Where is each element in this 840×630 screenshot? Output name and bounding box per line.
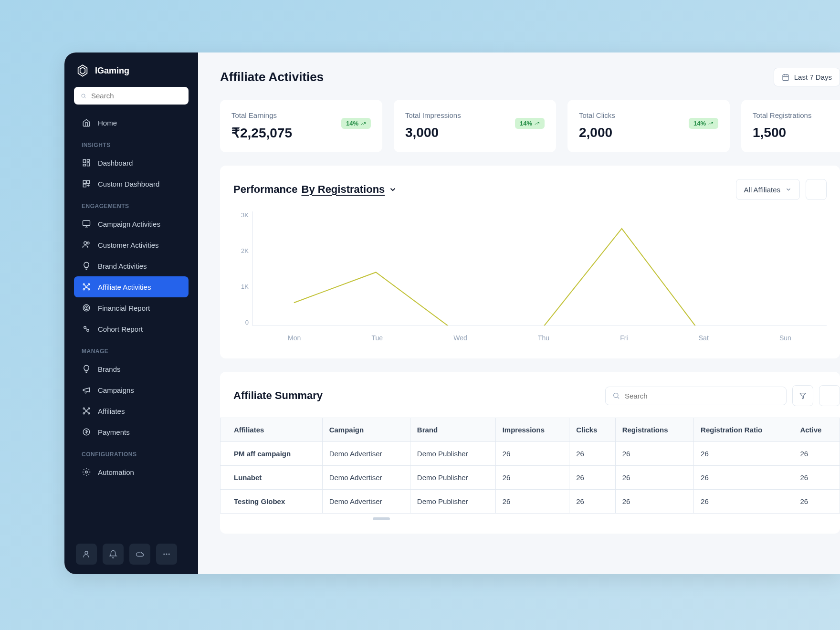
- sidebar-search-input[interactable]: [91, 92, 182, 100]
- nav-campaign-activities[interactable]: Campaign Activities: [74, 213, 189, 234]
- cell-affiliate: Lunabet: [220, 466, 323, 490]
- nav-campaign-activities-label: Campaign Activities: [98, 220, 160, 228]
- summary-table-card: Affiliate Summary Affiliates C: [220, 372, 840, 534]
- nav-financial-report-label: Financial Report: [98, 304, 150, 312]
- col-campaign[interactable]: Campaign: [322, 418, 410, 442]
- filter-icon: [799, 392, 807, 399]
- table-search[interactable]: [605, 387, 787, 405]
- affiliates-icon: [82, 406, 91, 416]
- x-tick: Mon: [288, 334, 301, 342]
- col-impressions[interactable]: Impressions: [495, 418, 569, 442]
- table-row[interactable]: Lunabet Demo Advertiser Demo Publisher 2…: [220, 466, 840, 490]
- chart-more-button[interactable]: [806, 179, 827, 200]
- nav-brand-activities-label: Brand Activities: [98, 262, 147, 270]
- svg-point-47: [168, 554, 170, 555]
- kpi-clicks: Total Clicks 2,000 14%: [567, 100, 730, 152]
- cell-campaign: Demo Advertiser: [322, 466, 410, 490]
- nav-automation[interactable]: Automation: [74, 462, 189, 483]
- chevron-down-icon: [785, 186, 792, 193]
- table-row[interactable]: Testing Globex Demo Advertiser Demo Publ…: [220, 490, 840, 514]
- cell-active: 26: [793, 490, 840, 514]
- nav-campaigns[interactable]: Campaigns: [74, 379, 189, 400]
- svg-point-44: [85, 551, 88, 554]
- date-range-label: Last 7 Days: [794, 73, 832, 81]
- col-ratio[interactable]: Registration Ratio: [694, 418, 793, 442]
- nav-cohort-report[interactable]: Cohort Report: [74, 318, 189, 339]
- nav-dashboard[interactable]: Dashboard: [74, 152, 189, 173]
- col-clicks[interactable]: Clicks: [569, 418, 615, 442]
- cell-ratio: 26: [694, 466, 793, 490]
- table-more-button[interactable]: [819, 385, 840, 406]
- svg-rect-7: [83, 164, 85, 166]
- date-range-button[interactable]: Last 7 Days: [774, 68, 840, 86]
- col-active[interactable]: Active: [793, 418, 840, 442]
- x-axis: Mon Tue Wed Thu Fri Sat Sun: [252, 331, 827, 345]
- nav-brands-label: Brands: [98, 365, 121, 373]
- network-icon: [82, 282, 91, 292]
- custom-dashboard-icon: [82, 179, 91, 189]
- svg-line-23: [84, 285, 85, 286]
- svg-line-53: [618, 397, 619, 399]
- chart-title[interactable]: Performance By Registrations: [233, 183, 397, 196]
- profile-button[interactable]: [76, 544, 97, 565]
- svg-marker-54: [800, 393, 806, 399]
- gear-icon: [82, 467, 91, 477]
- col-brand[interactable]: Brand: [410, 418, 495, 442]
- col-affiliates[interactable]: Affiliates: [220, 418, 323, 442]
- nav-customer-activities-label: Customer Activities: [98, 241, 159, 249]
- nav-section-configurations: CONFIGURATIONS: [74, 442, 189, 462]
- nav-affiliate-activities[interactable]: Affiliate Activities: [74, 276, 189, 297]
- svg-line-41: [87, 412, 88, 413]
- table-header-row: Affiliates Campaign Brand Impressions Cl…: [220, 418, 840, 442]
- svg-rect-9: [87, 180, 90, 183]
- table-search-input[interactable]: [625, 392, 779, 400]
- notifications-button[interactable]: [103, 544, 124, 565]
- cell-clicks: 26: [569, 466, 615, 490]
- sidebar-search[interactable]: [74, 87, 189, 105]
- nav-brands[interactable]: Brands: [74, 358, 189, 379]
- svg-point-31: [87, 329, 89, 332]
- cell-brand: Demo Publisher: [410, 490, 495, 514]
- nav-section-manage: MANAGE: [74, 339, 189, 358]
- cell-registrations: 26: [615, 442, 693, 466]
- cell-registrations: 26: [615, 490, 693, 514]
- kpi-clicks-change: 14%: [689, 118, 718, 129]
- horizontal-scrollbar[interactable]: [373, 517, 390, 520]
- line-chart: [253, 211, 827, 326]
- kpi-impressions: Total Impressions 3,000 14%: [394, 100, 556, 152]
- x-tick: Fri: [620, 334, 628, 342]
- chart-title-metric: By Registrations: [302, 183, 385, 196]
- more-button[interactable]: [156, 544, 177, 565]
- nav-affiliates[interactable]: Affiliates: [74, 400, 189, 421]
- nav-customer-activities[interactable]: Customer Activities: [74, 234, 189, 255]
- svg-rect-6: [87, 163, 90, 166]
- nav-custom-dashboard[interactable]: Custom Dashboard: [74, 173, 189, 194]
- affiliates-filter[interactable]: All Affiliates: [736, 179, 800, 200]
- filter-button[interactable]: [792, 385, 813, 406]
- table-row[interactable]: PM aff campaign Demo Advertiser Demo Pub…: [220, 442, 840, 466]
- chart-title-prefix: Performance: [233, 183, 298, 196]
- svg-line-32: [86, 328, 87, 329]
- search-icon: [81, 92, 86, 100]
- svg-point-21: [83, 289, 84, 290]
- nav-brand-activities[interactable]: Brand Activities: [74, 255, 189, 276]
- nav-financial-report[interactable]: Financial Report: [74, 297, 189, 318]
- x-tick: Sun: [779, 334, 791, 342]
- x-tick: Thu: [538, 334, 549, 342]
- cloud-button[interactable]: [129, 544, 150, 565]
- nav-automation-label: Automation: [98, 468, 134, 476]
- col-registrations[interactable]: Registrations: [615, 418, 693, 442]
- cell-campaign: Demo Advertiser: [322, 490, 410, 514]
- trend-up-icon: [360, 121, 366, 126]
- performance-chart-card: Performance By Registrations All Affilia…: [220, 166, 840, 358]
- cell-impressions: 26: [495, 490, 569, 514]
- plot-area: [252, 211, 827, 326]
- cell-active: 26: [793, 466, 840, 490]
- nav-payments[interactable]: Payments: [74, 421, 189, 442]
- logo-icon: [76, 64, 89, 77]
- cell-affiliate: PM aff campaign: [220, 442, 323, 466]
- nav-home[interactable]: Home: [74, 112, 189, 133]
- cell-brand: Demo Publisher: [410, 466, 495, 490]
- trend-up-icon: [534, 121, 540, 126]
- x-tick: Sat: [699, 334, 709, 342]
